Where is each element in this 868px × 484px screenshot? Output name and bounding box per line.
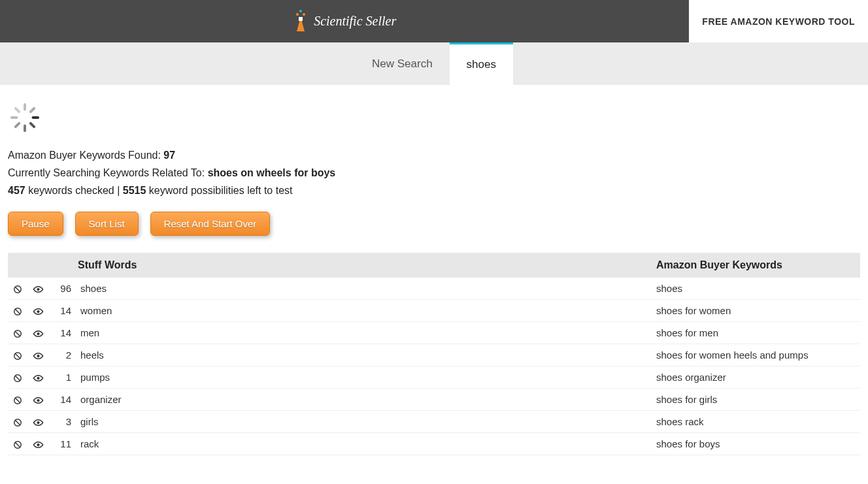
eye-icon[interactable] (27, 432, 49, 455)
svg-rect-3 (299, 17, 303, 21)
buyer-keyword: shoes for women heels and pumps (651, 344, 860, 366)
svg-line-22 (15, 353, 20, 359)
svg-point-23 (37, 355, 39, 357)
stuff-word: girls (75, 410, 651, 432)
svg-line-34 (15, 442, 20, 447)
stuff-word-count: 3 (49, 410, 75, 432)
ban-icon[interactable] (8, 432, 27, 455)
svg-point-26 (37, 377, 39, 379)
buyer-keyword: shoes for boys (651, 432, 860, 455)
stuff-word: women (75, 299, 651, 321)
status-found-count: 97 (163, 150, 175, 161)
table-row: 1pumpsshoes organizer (8, 366, 860, 388)
svg-line-11 (16, 108, 19, 112)
stuff-word-count: 96 (49, 278, 75, 300)
stuff-word: rack (75, 432, 651, 455)
status-possibilities-count: 5515 (123, 185, 146, 196)
table-row: 14menshoes for men (8, 321, 860, 344)
stuff-word: heels (75, 344, 651, 366)
eye-icon[interactable] (27, 388, 49, 410)
loading-spinner-icon (8, 98, 860, 146)
svg-line-31 (15, 420, 20, 425)
sort-list-button[interactable]: Sort List (75, 212, 139, 236)
table-row: 11rackshoes for boys (8, 432, 860, 455)
svg-point-29 (37, 399, 39, 402)
eye-icon[interactable] (27, 366, 49, 388)
content-area: Amazon Buyer Keywords Found: 97 Currentl… (0, 85, 868, 455)
stuff-word: organizer (75, 388, 651, 410)
svg-line-7 (31, 123, 34, 127)
svg-point-14 (37, 287, 39, 290)
stuff-word-count: 1 (49, 366, 75, 388)
stuff-word: shoes (75, 278, 651, 300)
keywords-table: Stuff Words Amazon Buyer Keywords 96shoe… (8, 253, 860, 455)
stuff-word: pumps (75, 366, 651, 388)
stuff-word: men (75, 321, 651, 344)
status-found: Amazon Buyer Keywords Found: 97 (8, 146, 860, 164)
status-block: Amazon Buyer Keywords Found: 97 Currentl… (8, 146, 860, 212)
column-header-buyer-keywords: Amazon Buyer Keywords (651, 253, 860, 278)
table-row: 14womenshoes for women (8, 299, 860, 321)
tab-shoes[interactable]: shoes (450, 42, 513, 85)
buyer-keyword: shoes for women (651, 299, 860, 321)
svg-line-5 (31, 108, 34, 112)
free-keyword-tool-link[interactable]: FREE AMAZON KEYWORD TOOL (689, 0, 868, 42)
ban-icon[interactable] (8, 388, 27, 410)
stuff-word-count: 11 (49, 432, 75, 455)
brand[interactable]: Scientific Seller (293, 9, 396, 34)
svg-line-13 (15, 287, 20, 292)
svg-line-9 (16, 123, 19, 127)
eye-icon[interactable] (27, 410, 49, 432)
svg-line-28 (15, 398, 20, 403)
ban-icon[interactable] (8, 344, 27, 366)
svg-line-25 (15, 376, 20, 381)
eye-icon[interactable] (27, 344, 49, 366)
svg-line-16 (15, 309, 20, 314)
svg-point-35 (37, 444, 39, 446)
ban-icon[interactable] (8, 321, 27, 344)
eye-icon[interactable] (27, 299, 49, 321)
stuff-word-count: 14 (49, 321, 75, 344)
status-progress: 457 keywords checked | 5515 keyword poss… (8, 182, 860, 199)
buyer-keyword: shoes rack (651, 410, 860, 432)
table-row: 2heelsshoes for women heels and pumps (8, 344, 860, 366)
stuff-word-count: 14 (49, 388, 75, 410)
buyer-keyword: shoes for girls (651, 388, 860, 410)
ban-icon[interactable] (8, 299, 27, 321)
svg-point-1 (296, 13, 299, 16)
tab-new-search[interactable]: New Search (355, 42, 450, 85)
column-header-stuff-words: Stuff Words (75, 253, 651, 278)
buyer-keyword: shoes for men (651, 321, 860, 344)
svg-point-32 (37, 421, 39, 424)
ban-icon[interactable] (8, 366, 27, 388)
eye-icon[interactable] (27, 278, 49, 300)
eye-icon[interactable] (27, 321, 49, 344)
top-bar-main: Scientific Seller (0, 0, 689, 42)
stuff-word-count: 2 (49, 344, 75, 366)
table-row: 14organizershoes for girls (8, 388, 860, 410)
ban-icon[interactable] (8, 410, 27, 432)
stuff-word-count: 14 (49, 299, 75, 321)
svg-point-2 (303, 13, 305, 16)
status-searching: Currently Searching Keywords Related To:… (8, 164, 860, 182)
table-row: 96shoesshoes (8, 278, 860, 300)
buyer-keyword: shoes (651, 278, 860, 300)
status-checked-count: 457 (8, 185, 25, 196)
table-row: 3girlsshoes rack (8, 410, 860, 432)
svg-point-0 (299, 10, 302, 12)
ban-icon[interactable] (8, 278, 27, 300)
brand-logo-icon (293, 9, 309, 34)
svg-point-17 (37, 310, 39, 313)
svg-line-19 (15, 331, 20, 336)
status-searching-term: shoes on wheels for boys (208, 167, 336, 178)
svg-point-20 (37, 332, 39, 335)
tab-strip: New Search shoes (0, 42, 868, 85)
action-button-row: Pause Sort List Reset And Start Over (8, 212, 860, 253)
top-bar: Scientific Seller FREE AMAZON KEYWORD TO… (0, 0, 868, 42)
buyer-keyword: shoes organizer (651, 366, 860, 388)
reset-button[interactable]: Reset And Start Over (150, 212, 271, 236)
pause-button[interactable]: Pause (8, 212, 63, 236)
brand-text: Scientific Seller (314, 14, 396, 29)
